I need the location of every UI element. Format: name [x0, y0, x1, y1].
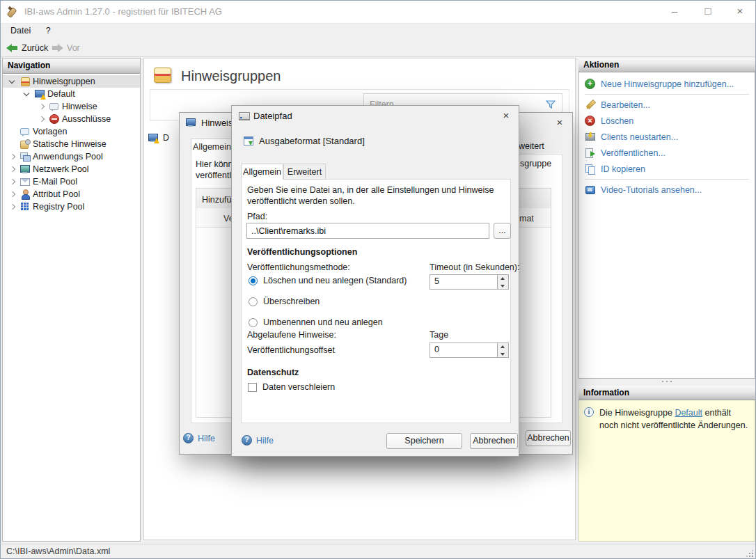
front-cancel-button[interactable]: Abbrechen	[470, 433, 518, 449]
expired-notices-label: Abgelaufene Hinweise:	[247, 330, 336, 340]
actions-separator	[585, 179, 749, 180]
action-neue-hinweisgruppe-hinzufügen[interactable]: Neue Hinweisgruppe hinzufügen...	[579, 76, 755, 92]
attribute-pool-icon	[19, 189, 31, 200]
tab-erweitert[interactable]: Erweitert	[283, 164, 326, 180]
nav-item-anwendungs-pool[interactable]: Anwendungs Pool	[3, 150, 140, 163]
default-group-link[interactable]: Default	[675, 408, 702, 418]
bg-tab-erweitert-fragment[interactable]: weitert	[519, 141, 544, 151]
nav-item-label: E-Mail Pool	[33, 177, 77, 187]
nav-item-default[interactable]: Default	[3, 88, 140, 100]
back-button[interactable]: Zurück	[6, 41, 48, 55]
action-löschen[interactable]: Löschen	[579, 113, 755, 129]
offset-down-icon[interactable]	[498, 350, 508, 357]
action-id-kopieren[interactable]: ID kopieren	[579, 161, 755, 177]
nav-item-label: Netzwerk Pool	[33, 164, 89, 174]
forward-arrow-icon	[52, 44, 63, 52]
chevron-collapsed-icon[interactable]	[7, 177, 17, 187]
status-bar: C:\IBI-aws\Admin\Data.xml	[1, 544, 756, 559]
action-clients-neustarten[interactable]: Clients neustarten...	[579, 129, 755, 145]
bg-instruction-line2: veröffentl	[196, 171, 231, 180]
instruction-text: Geben Sie eine Datei an, in der alle Ein…	[247, 184, 505, 207]
action-label: Veröffentlichen...	[601, 148, 666, 158]
information-panel: Die Hinweisgruppe Default enthält noch n…	[578, 400, 755, 542]
restart-clients-icon	[585, 132, 596, 143]
nav-item-ausschlüsse[interactable]: Ausschlüsse	[3, 113, 140, 125]
timeout-down-icon[interactable]	[498, 282, 508, 289]
action-label: Clients neustarten...	[601, 132, 678, 142]
action-label: Video-Tutorials ansehen...	[601, 185, 702, 195]
dateipfad-dialog: Dateipfad × Ausgabeformat [Standard] All…	[231, 105, 519, 457]
days-label: Tage	[430, 330, 448, 340]
filter-funnel-icon[interactable]	[545, 99, 556, 110]
nav-item-netzwerk-pool[interactable]: Netzwerk Pool	[3, 163, 140, 175]
email-pool-icon	[19, 176, 31, 187]
network-pool-icon	[19, 164, 31, 175]
nav-item-attribut-pool[interactable]: Attribut Pool	[3, 188, 140, 200]
nav-item-e-mail-pool[interactable]: E-Mail Pool	[3, 175, 140, 188]
resize-grip[interactable]	[752, 556, 753, 557]
tab-allgemein[interactable]: Allgemein	[241, 164, 283, 180]
app-window: IBI-aws Admin 1.27.0 - registriert für I…	[0, 0, 756, 559]
menu-datei[interactable]: Datei	[4, 24, 37, 38]
offset-stepper[interactable]: 0	[430, 343, 509, 358]
chevron-collapsed-icon[interactable]	[36, 114, 47, 125]
action-bearbeiten[interactable]: Bearbeiten...	[579, 97, 755, 113]
chevron-expanded-icon[interactable]	[22, 89, 32, 100]
privacy-heading: Datenschutz	[247, 368, 299, 377]
copy-id-icon	[585, 164, 596, 175]
bg-cancel-button[interactable]: Abbrechen	[526, 430, 571, 446]
path-input[interactable]	[247, 226, 489, 236]
bg-tab-allgemein[interactable]: Allgemein	[191, 139, 233, 155]
browse-button[interactable]: ...	[494, 223, 511, 239]
nav-item-label: Registry Pool	[33, 202, 84, 212]
method-option-überschreiben[interactable]: Überschreiben	[249, 297, 407, 306]
nav-item-label: Hinweise	[62, 102, 97, 111]
radio-unselected-icon[interactable]	[249, 318, 258, 327]
action-label: ID kopieren	[601, 164, 645, 174]
publish-options-heading: Veröffentlichungsoptionen	[247, 247, 357, 257]
front-help-link[interactable]: Hilfe	[242, 435, 274, 446]
chevron-collapsed-icon[interactable]	[7, 152, 17, 162]
list-item[interactable]: D	[148, 132, 169, 143]
maximize-button[interactable]: □	[696, 1, 720, 22]
action-veröffentlichen[interactable]: Veröffentlichen...	[579, 145, 755, 161]
chevron-collapsed-icon[interactable]	[7, 164, 17, 175]
timeout-stepper[interactable]: 5	[430, 274, 509, 290]
splitter-handle[interactable]	[578, 379, 755, 386]
obfuscate-data-checkbox[interactable]	[248, 383, 257, 392]
chevron-expanded-icon[interactable]	[7, 77, 17, 87]
path-field	[246, 223, 489, 239]
chevron-collapsed-icon[interactable]	[7, 202, 17, 212]
radio-selected-icon[interactable]	[249, 276, 258, 285]
nav-item-hinweisgruppen[interactable]: Hinweisgruppen	[3, 75, 140, 88]
chevron-collapsed-icon[interactable]	[36, 102, 47, 112]
nav-item-statische-hinweise[interactable]: Statische Hinweise	[3, 138, 140, 150]
help-icon	[242, 435, 253, 446]
dateipfad-close-icon[interactable]: ×	[499, 109, 513, 123]
method-option-umbenennen-und-neu-anlegen[interactable]: Umbenennen und neu anlegen	[249, 317, 407, 327]
information-text: Die Hinweisgruppe Default enthält noch n…	[599, 407, 750, 541]
bg-instruction-line1: Hier könn	[196, 159, 233, 169]
action-video-tutorials-ansehen[interactable]: Video-Tutorials ansehen...	[579, 182, 755, 198]
hinweisgruppe-close-icon[interactable]: ×	[553, 116, 567, 129]
help-icon	[183, 433, 194, 444]
menu-help[interactable]: ?	[40, 24, 57, 38]
nav-item-hinweise[interactable]: Hinweise	[3, 100, 140, 113]
forward-button[interactable]: Vor	[52, 41, 80, 55]
minimize-button[interactable]: –	[663, 1, 686, 22]
method-option-löschen-und-neu-anlegen-standard[interactable]: Löschen und neu anlegen (Standard)	[249, 276, 407, 285]
close-button[interactable]: ×	[728, 1, 752, 22]
radio-unselected-icon[interactable]	[249, 297, 258, 306]
app-pool-icon	[19, 151, 31, 162]
timeout-label: Timeout (in Sekunden):	[430, 262, 519, 272]
static-notice-icon	[19, 139, 31, 150]
bg-help-link[interactable]: Hilfe	[183, 433, 215, 444]
nav-item-label: Attribut Pool	[33, 189, 80, 199]
nav-item-registry-pool[interactable]: Registry Pool	[3, 200, 140, 213]
publish-icon	[585, 148, 596, 159]
red-minus-icon	[49, 113, 60, 125]
nav-item-vorlagen[interactable]: Vorlagen	[3, 125, 140, 138]
chevron-collapsed-icon[interactable]	[7, 189, 17, 200]
save-button[interactable]: Speichern	[386, 433, 462, 449]
monitor-warning-icon	[34, 88, 45, 100]
